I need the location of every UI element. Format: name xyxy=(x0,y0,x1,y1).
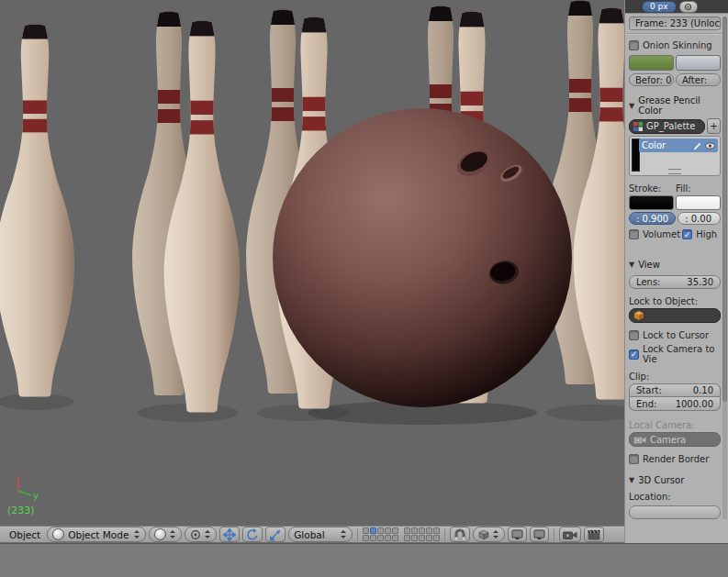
layer-toggle[interactable] xyxy=(363,527,369,534)
gp-option-checkboxes: Volumet ✓ High xyxy=(629,229,721,239)
layer-toggle[interactable] xyxy=(385,535,391,541)
fill-color-swatch[interactable] xyxy=(676,195,721,210)
pivot-point-dropdown[interactable] xyxy=(185,527,217,542)
layer-toggle[interactable] xyxy=(392,527,398,534)
local-camera-field[interactable]: Camera xyxy=(629,432,721,447)
current-frame-label: (233) xyxy=(7,505,35,516)
layer-toggle[interactable] xyxy=(411,527,418,534)
properties-region: 0 px Frame: 233 (Unloc Onion Skinning Be… xyxy=(624,0,728,543)
cursor-panel-header[interactable]: ▼ 3D Cursor xyxy=(629,475,721,485)
scrollbar-thumb[interactable] xyxy=(722,17,727,402)
snap-toggle-button[interactable] xyxy=(450,527,470,542)
ghost-before-field[interactable]: Befor: 0 xyxy=(629,73,674,86)
gp-colors-panel-header[interactable]: ▼ Grease Pencil Color xyxy=(629,95,721,116)
add-palette-button[interactable]: + xyxy=(707,118,721,134)
layer-toggle[interactable] xyxy=(392,535,398,541)
lock-camera-row: ✓ Lock Camera to Vie xyxy=(629,344,721,364)
stroke-color-swatch[interactable] xyxy=(629,195,674,210)
clip-end-field[interactable]: End: 1000.00 xyxy=(629,397,721,411)
layer-toggle[interactable] xyxy=(370,527,376,534)
layer-toggle[interactable] xyxy=(370,535,376,541)
ghost-after-color-swatch[interactable] xyxy=(676,55,721,71)
layer-toggle[interactable] xyxy=(419,527,425,534)
layer-toggle[interactable] xyxy=(411,535,418,541)
object-menu[interactable]: Object xyxy=(6,529,44,540)
render-border-label: Render Border xyxy=(643,454,709,464)
high-quality-checkbox[interactable]: ✓ xyxy=(682,229,692,239)
screen-button-2[interactable] xyxy=(530,527,549,542)
panel-scrollbar[interactable] xyxy=(722,17,727,519)
clip-start-label: Start: xyxy=(636,385,662,395)
mode-dropdown[interactable]: Object Mode xyxy=(47,527,146,542)
lens-slider[interactable]: Lens: 35.30 xyxy=(629,275,721,289)
color-list-item[interactable]: Color xyxy=(639,139,718,152)
opacity-sliders: : 0.900 : 0.00 xyxy=(629,212,721,225)
ghost-frames-row: Befor: 0 After: xyxy=(629,73,721,86)
manipulator-translate-button[interactable] xyxy=(219,527,240,542)
ghost-color-row xyxy=(629,55,721,71)
stroke-fill-labels: Stroke: Fill: xyxy=(629,183,721,194)
opengl-render-anim-button[interactable] xyxy=(584,527,604,542)
orientation-dropdown[interactable]: Global xyxy=(288,527,353,542)
layer-toggle[interactable] xyxy=(426,527,432,534)
layer-toggle[interactable] xyxy=(419,535,425,541)
local-camera-label: Local Camera: xyxy=(629,420,721,430)
opengl-render-button[interactable] xyxy=(559,527,581,542)
timeline-area[interactable] xyxy=(0,543,728,577)
lock-object-field[interactable] xyxy=(629,308,721,323)
eye-icon[interactable] xyxy=(705,142,715,150)
render-border-checkbox[interactable] xyxy=(629,454,639,464)
manipulator-rotate-button[interactable] xyxy=(242,527,263,542)
thickness-button[interactable]: 0 px xyxy=(642,1,677,13)
ghost-after-field[interactable]: After: xyxy=(676,73,721,86)
translate-arrows-icon xyxy=(223,528,236,541)
pressure-toggle-button[interactable] xyxy=(679,1,698,13)
chevron-updown-icon xyxy=(493,530,499,538)
viewport-shading-dropdown[interactable] xyxy=(149,527,182,542)
monitor-icon xyxy=(533,529,545,540)
manipulator-scale-button[interactable] xyxy=(265,527,286,542)
clip-label: Clip: xyxy=(629,372,721,382)
monitor-icon xyxy=(511,529,523,540)
bowling-ball[interactable] xyxy=(273,108,572,407)
layer-toggle[interactable] xyxy=(377,527,384,534)
lock-to-cursor-checkbox[interactable] xyxy=(629,330,639,340)
clip-start-field[interactable]: Start: 0.10 xyxy=(629,383,721,397)
fill-opacity-value: : 0.00 xyxy=(685,214,711,224)
layer-toggle[interactable] xyxy=(404,535,410,541)
palette-selector[interactable]: GP_Palette xyxy=(629,119,705,134)
snap-element-dropdown[interactable] xyxy=(473,527,505,542)
volumetric-checkbox[interactable] xyxy=(629,229,639,239)
scene-canvas xyxy=(0,0,624,526)
brush-icon xyxy=(693,141,702,150)
axis-y-label: y xyxy=(33,491,39,501)
palette-row: GP_Palette + xyxy=(629,118,721,134)
fill-opacity-slider[interactable]: : 0.00 xyxy=(678,212,721,225)
layer-toggle[interactable] xyxy=(363,535,369,541)
location-x-field[interactable] xyxy=(629,505,721,519)
camera-icon xyxy=(633,435,646,445)
pivot-icon xyxy=(190,529,201,540)
view-panel-header[interactable]: ▼ View xyxy=(629,260,721,270)
list-resize-grip[interactable] xyxy=(668,169,681,174)
fill-label: Fill: xyxy=(676,183,721,194)
layer-toggle[interactable] xyxy=(433,535,440,541)
object-mode-icon xyxy=(52,528,64,540)
orientation-label: Global xyxy=(294,529,337,540)
onion-skinning-label: Onion Skinning xyxy=(643,40,712,50)
stroke-opacity-slider[interactable]: : 0.900 xyxy=(629,212,676,225)
camera-icon xyxy=(563,529,577,540)
frame-field[interactable]: Frame: 233 (Unloc xyxy=(629,17,721,30)
layer-toggle[interactable] xyxy=(426,535,432,541)
layer-toggle[interactable] xyxy=(433,527,440,534)
screen-button-1[interactable] xyxy=(508,527,527,542)
layer-toggle[interactable] xyxy=(404,527,410,534)
ghost-before-color-swatch[interactable] xyxy=(629,55,674,71)
onion-skinning-checkbox[interactable] xyxy=(629,40,639,50)
layer-toggle[interactable] xyxy=(385,527,391,534)
3d-viewport[interactable]: y (233) xyxy=(0,0,624,526)
lock-camera-checkbox[interactable]: ✓ xyxy=(629,350,639,360)
layer-toggle[interactable] xyxy=(377,535,384,541)
cursor-header-label: 3D Cursor xyxy=(638,475,684,485)
volumetric-label: Volumet xyxy=(643,229,680,239)
